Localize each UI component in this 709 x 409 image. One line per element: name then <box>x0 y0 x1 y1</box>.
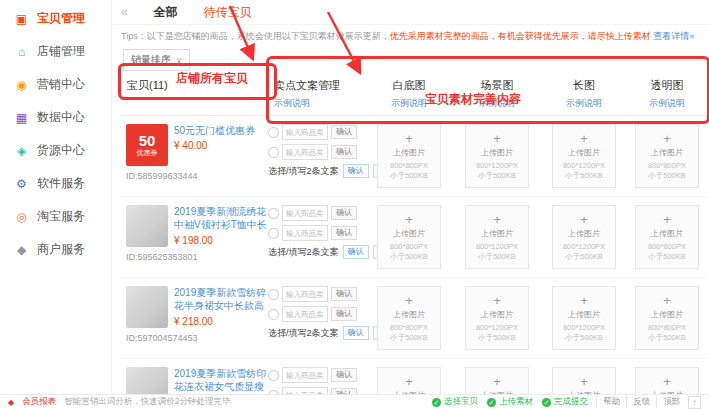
plus-icon: + <box>493 375 501 388</box>
selling-point-input-2[interactable] <box>282 144 328 160</box>
example-link[interactable]: 示例说明 <box>541 97 627 110</box>
filter-tabs: « 全部 待传宝贝 <box>113 0 709 25</box>
selling-point-radio-1[interactable] <box>268 127 279 138</box>
upload-transparent-image-button[interactable]: + 上传图片 800*800PX 小于500KB <box>635 124 699 188</box>
upload-white-bg-image-button[interactable]: + 上传图片 800*800PX 小于500KB <box>377 205 441 269</box>
example-link[interactable]: 示例说明 <box>453 97 541 110</box>
upload-long-image-button[interactable]: + 上传图片 800*1200PX 小于500KB <box>552 286 616 350</box>
upload-transparent-image-button[interactable]: + 上传图片 800*800PX 小于500KB <box>635 286 699 350</box>
selling-point-input-1[interactable] <box>282 286 328 302</box>
scroll-to-top-icon[interactable]: ↑ <box>688 396 701 409</box>
footer-link-help[interactable]: 帮助 <box>596 396 626 408</box>
selling-point-radio-1[interactable] <box>268 289 279 300</box>
sidebar-item-software-service[interactable]: ⚙ 软件服务 <box>0 167 111 200</box>
upload-size-hint: 800*1200PX <box>476 323 518 332</box>
merchant-icon: ◆ <box>14 244 29 256</box>
product-id: ID:597004574453 <box>126 333 268 343</box>
sidebar-item-taobao-service[interactable]: ◎ 淘宝服务 <box>0 200 111 233</box>
product-thumbnail[interactable]: 50 优惠券 <box>126 124 168 166</box>
example-link[interactable]: 示例说明 <box>274 97 365 110</box>
selling-point-confirm-1-button[interactable]: 确认 <box>331 125 357 139</box>
upload-scene-image-button[interactable]: + 上传图片 800*1200PX 小于500KB <box>465 205 529 269</box>
sidebar-item-baobei-manage[interactable]: ▣ 宝贝管理 <box>0 2 111 35</box>
plus-icon: + <box>663 132 671 145</box>
plus-icon: + <box>580 375 588 388</box>
selling-point-input-1[interactable] <box>282 367 328 383</box>
sidebar-item-data-center[interactable]: ▦ 数据中心 <box>0 101 111 134</box>
chart-icon: ▦ <box>14 112 29 124</box>
product-price: ¥ 40.00 <box>174 140 255 151</box>
selling-point-confirm-2-button[interactable]: 确认 <box>331 145 357 159</box>
sidebar-item-label: 货源中心 <box>37 142 85 159</box>
upload-scene-image-button[interactable]: + 上传图片 800*1200PX 小于500KB <box>465 124 529 188</box>
plus-icon: + <box>493 294 501 307</box>
selling-point-radio-2[interactable] <box>268 309 279 320</box>
footer-promo-link[interactable]: 会员报表 <box>22 396 56 408</box>
upload-size-hint: 800*1200PX <box>476 242 518 251</box>
example-link[interactable]: 示例说明 <box>627 97 707 110</box>
sidebar-item-supply-center[interactable]: ◈ 货源中心 <box>0 134 111 167</box>
selling-point-radio-1[interactable] <box>268 370 279 381</box>
main-content: « 全部 待传宝贝 Tips：以下是您店铺的商品，系统会使用以下宝贝素材做展示更… <box>113 0 709 71</box>
footer-step-upload[interactable]: ✓ 上传素材 <box>487 396 533 408</box>
upload-limit-hint: 小于500KB <box>565 171 603 180</box>
upload-size-hint: 800*800PX <box>390 242 428 251</box>
tab-pending-materials[interactable]: 待传宝贝 <box>204 4 252 21</box>
footer-link-top[interactable]: 顶部 <box>656 396 686 408</box>
selling-point-input-2[interactable] <box>282 225 328 241</box>
upload-white-bg-image-button[interactable]: + 上传图片 800*800PX 小于500KB <box>377 124 441 188</box>
product-title-link[interactable]: 50元无门槛优惠券 <box>174 124 255 137</box>
box-icon: ▣ <box>14 13 29 25</box>
product-title-link[interactable]: 2019夏季新潮流绣花中袖V领衬衫T恤中长款 <box>174 205 268 232</box>
choose-copy-link[interactable]: 选择/填写2条文案 <box>268 246 339 259</box>
selling-point-input-1[interactable] <box>282 205 328 221</box>
choose-copy-link[interactable]: 选择/填写2条文案 <box>268 327 339 340</box>
selling-point-input-2[interactable] <box>282 306 328 322</box>
tab-all-products[interactable]: 全部 <box>154 4 178 21</box>
sidebar-item-label: 宝贝管理 <box>37 10 85 27</box>
sidebar-item-marketing-center[interactable]: ◉ 营销中心 <box>0 68 111 101</box>
upload-scene-image-button[interactable]: + 上传图片 800*1200PX 小于500KB <box>465 286 529 350</box>
supply-icon: ◈ <box>14 145 29 157</box>
upload-long-image-button[interactable]: + 上传图片 800*1200PX 小于500KB <box>552 124 616 188</box>
product-title-link[interactable]: 2019夏季新款雪纺印花连衣裙女气质显瘦款 <box>174 367 268 394</box>
product-cell: 2019夏季新潮流绣花中袖V领衬衫T恤中长款 ¥ 198.00 ID:59562… <box>121 205 268 269</box>
footer-step-select[interactable]: ✓ 选择宝贝 <box>432 396 478 408</box>
product-id: ID:585999633444 <box>126 171 268 181</box>
upload-limit-hint: 小于500KB <box>565 252 603 261</box>
sidebar-item-merchant-service[interactable]: ◆ 商户服务 <box>0 233 111 266</box>
sidebar-item-label: 店铺管理 <box>37 43 85 60</box>
upload-long-image-button[interactable]: + 上传图片 800*1200PX 小于500KB <box>552 205 616 269</box>
sort-dropdown[interactable]: 销量排序 ∨ <box>123 49 190 71</box>
selling-point-radio-2[interactable] <box>268 147 279 158</box>
collapse-sidebar-icon[interactable]: « <box>121 5 128 19</box>
column-header-transparent: 透明图 示例说明 <box>627 78 707 115</box>
selling-point-confirm-1-button[interactable]: 确认 <box>331 206 357 220</box>
column-header-copywriting: 卖点文案管理 示例说明 <box>268 78 365 115</box>
selling-point-radio-1[interactable] <box>268 208 279 219</box>
footer-bar: ◆ 会员报表 智能营销出词分析，快速调价2分钟处理完毕 ✓ 选择宝贝 ✓ 上传素… <box>0 394 709 409</box>
selling-point-confirm-2-button[interactable]: 确认 <box>331 226 357 240</box>
sidebar-item-label: 淘宝服务 <box>37 208 85 225</box>
coupon-label: 优惠券 <box>137 149 158 157</box>
upload-transparent-image-button[interactable]: + 上传图片 800*800PX 小于500KB <box>635 205 699 269</box>
selling-point-input-1[interactable] <box>282 124 328 140</box>
column-header-products: 宝贝(11) <box>121 78 268 115</box>
footer-step-finish[interactable]: ✓ 完成提交 <box>542 396 588 408</box>
product-title-link[interactable]: 2019夏季新款雪纺碎花半身裙女中长款高腰 <box>174 286 268 313</box>
product-thumbnail[interactable] <box>126 205 168 247</box>
example-link[interactable]: 示例说明 <box>365 97 453 110</box>
selling-point-radio-2[interactable] <box>268 228 279 239</box>
upload-white-bg-image-button[interactable]: + 上传图片 800*800PX 小于500KB <box>377 286 441 350</box>
footer-link-feedback[interactable]: 反馈 <box>626 396 656 408</box>
tips-highlight-text: 优先采用素材完整的商品，有机会获得优先展示，请尽快上传素材 <box>390 31 651 41</box>
choose-copy-link[interactable]: 选择/填写2条文案 <box>268 165 339 178</box>
sidebar-item-shop-manage[interactable]: ⌂ 店铺管理 <box>0 35 111 68</box>
view-details-link[interactable]: 查看详情» <box>653 31 694 41</box>
selling-point-confirm-1-button[interactable]: 确认 <box>331 368 357 382</box>
tips-text: Tips：以下是您店铺的商品，系统会使用以下宝贝素材做展示更新， <box>121 31 390 41</box>
selling-point-confirm-1-button[interactable]: 确认 <box>331 287 357 301</box>
footer-steps: ✓ 选择宝贝 ✓ 上传素材 ✓ 完成提交 <box>432 396 588 408</box>
product-thumbnail[interactable] <box>126 286 168 328</box>
selling-point-confirm-2-button[interactable]: 确认 <box>331 307 357 321</box>
